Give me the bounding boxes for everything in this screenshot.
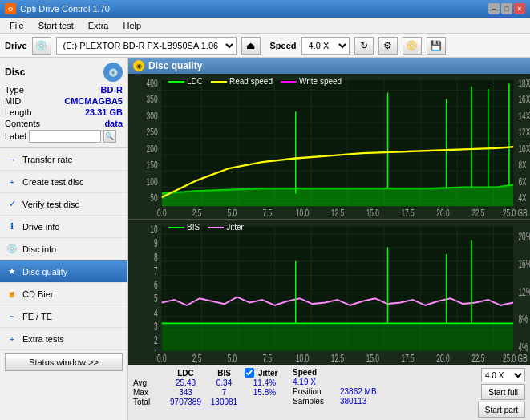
disc-label-input[interactable] — [29, 130, 101, 143]
nav-cd-bier-label: CD Bier — [22, 289, 54, 299]
disc-quality-icon: ★ — [6, 266, 18, 277]
svg-text:4: 4 — [154, 307, 158, 319]
main-content: Disc 💿 Type BD-R MID CMCMAGBA5 Length 23… — [0, 58, 530, 420]
refresh-button[interactable]: ↻ — [354, 37, 374, 55]
disc-panel-icon: 💿 — [103, 63, 123, 82]
chart-top-legend: LDC Read speed Write speed — [168, 77, 342, 86]
disc-label-btn[interactable]: 🔍 — [103, 130, 116, 143]
max-jitter-val: 15.8% — [245, 388, 285, 397]
avg-bis-val: 0.34 — [210, 378, 238, 387]
svg-text:7: 7 — [154, 265, 158, 277]
svg-text:17.5: 17.5 — [402, 352, 415, 364]
svg-text:16%: 16% — [518, 258, 530, 270]
nav-disc-quality[interactable]: ★ Disc quality — [0, 260, 127, 283]
nav-drive-info[interactable]: ℹ Drive info — [0, 216, 127, 238]
start-full-btn[interactable]: Start full — [481, 384, 525, 400]
start-part-btn[interactable]: Start part — [478, 402, 525, 418]
chart-header: ◉ Disc quality — [128, 58, 530, 74]
legend-write-color — [281, 81, 297, 83]
svg-text:12X: 12X — [518, 126, 530, 137]
sidebar-nav: → Transfer rate + Create test disc ✓ Ver… — [0, 148, 127, 420]
legend-bis: BIS — [168, 223, 200, 232]
status-window-btn[interactable]: Status window >> — [5, 353, 123, 371]
menu-help[interactable]: Help — [116, 19, 148, 32]
drive-toolbar: Drive 💿 (E:) PLEXTOR BD-R PX-LB950SA 1.0… — [0, 34, 530, 58]
svg-text:4X: 4X — [518, 192, 526, 203]
speed-select[interactable]: 4.0 X — [301, 37, 350, 55]
drive-label: Drive — [5, 41, 27, 50]
disc-label-key: Label — [5, 131, 26, 141]
svg-text:12%: 12% — [518, 286, 530, 298]
svg-text:25.0 GB: 25.0 GB — [503, 207, 528, 218]
svg-text:2: 2 — [154, 334, 158, 346]
maximize-button[interactable]: □ — [501, 3, 512, 14]
speed-col-header: Speed — [293, 368, 337, 377]
chart-bottom-legend: BIS Jitter — [168, 223, 244, 232]
minimize-button[interactable]: – — [488, 3, 500, 14]
charts-container: LDC Read speed Write speed — [128, 74, 530, 365]
svg-text:15.0: 15.0 — [366, 207, 379, 218]
chart-bottom-svg: 10 9 8 7 6 5 4 3 2 1 20% 16% 12% 8% 4% — [128, 220, 530, 365]
legend-read-color — [211, 81, 227, 83]
svg-text:8%: 8% — [518, 313, 528, 325]
nav-transfer-rate[interactable]: → Transfer rate — [0, 148, 127, 171]
svg-text:10: 10 — [150, 224, 157, 236]
nav-extra-tests[interactable]: + Extra tests — [0, 328, 127, 350]
right-panel: ◉ Disc quality LDC Read speed — [128, 58, 530, 420]
nav-cd-bier[interactable]: 🍺 CD Bier — [0, 283, 127, 305]
nav-create-test-disc[interactable]: + Create test disc — [0, 171, 127, 193]
max-bis-val: 7 — [210, 388, 238, 397]
sidebar: Disc 💿 Type BD-R MID CMCMAGBA5 Length 23… — [0, 58, 128, 420]
save-button[interactable]: 💾 — [427, 37, 446, 55]
menu-extra[interactable]: Extra — [82, 19, 115, 32]
svg-text:300: 300 — [147, 110, 158, 121]
svg-text:15.0: 15.0 — [366, 352, 379, 364]
svg-text:350: 350 — [147, 93, 158, 104]
total-ldc-val: 9707389 — [168, 398, 204, 406]
stats-speed-select[interactable]: 4.0 X — [481, 368, 525, 382]
drive-icon-btn[interactable]: 💿 — [32, 37, 51, 55]
eject-button[interactable]: ⏏ — [241, 37, 261, 55]
disc-panel-title: Disc — [5, 67, 25, 78]
svg-text:18X: 18X — [518, 77, 530, 88]
svg-text:50: 50 — [150, 192, 157, 203]
svg-text:400: 400 — [147, 77, 158, 88]
extra-tests-icon: + — [6, 333, 18, 345]
bis-col-header: BIS — [210, 369, 238, 378]
app-icon: O — [5, 3, 16, 14]
svg-text:10X: 10X — [518, 143, 530, 154]
menu-start-test[interactable]: Start test — [32, 19, 80, 32]
chart-top: LDC Read speed Write speed — [128, 74, 530, 220]
legend-write-speed: Write speed — [281, 77, 342, 86]
position-val: 23862 MB — [340, 387, 377, 396]
close-button[interactable]: × — [514, 3, 525, 14]
max-ldc-val: 343 — [168, 388, 204, 397]
jitter-col-header: Jitter — [258, 369, 277, 378]
menu-bar: File Start test Extra Help — [0, 18, 530, 34]
nav-disc-info[interactable]: 💿 Disc info — [0, 238, 127, 260]
svg-text:12.5: 12.5 — [331, 352, 344, 364]
drive-select[interactable]: (E:) PLEXTOR BD-R PX-LB950SA 1.06 — [56, 37, 237, 55]
svg-text:20.0: 20.0 — [436, 352, 449, 364]
menu-file[interactable]: File — [3, 19, 30, 32]
svg-text:0.0: 0.0 — [157, 352, 167, 364]
max-row-label: Max — [133, 388, 161, 397]
nav-verify-test-disc[interactable]: ✓ Verify test disc — [0, 193, 127, 216]
svg-text:5: 5 — [154, 293, 158, 305]
settings-button[interactable]: ⚙ — [378, 37, 398, 55]
fe-te-icon: ~ — [6, 311, 18, 322]
nav-fe-te[interactable]: ~ FE / TE — [0, 305, 127, 328]
disc-button[interactable]: 📀 — [403, 37, 422, 55]
length-value: 23.31 GB — [85, 107, 123, 117]
mid-label: MID — [5, 96, 21, 106]
jitter-checkbox[interactable] — [245, 368, 254, 378]
legend-read-speed: Read speed — [211, 77, 273, 86]
svg-text:7.5: 7.5 — [262, 352, 272, 364]
svg-text:3: 3 — [154, 321, 158, 333]
samples-label: Samples — [293, 397, 337, 406]
stats-row: LDC BIS Jitter Avg 25.43 0.34 11.4% Max … — [128, 365, 530, 420]
svg-text:2.5: 2.5 — [192, 207, 202, 218]
transfer-rate-icon: → — [6, 154, 18, 165]
legend-jitter: Jitter — [208, 223, 244, 232]
avg-row-label: Avg — [133, 378, 161, 387]
